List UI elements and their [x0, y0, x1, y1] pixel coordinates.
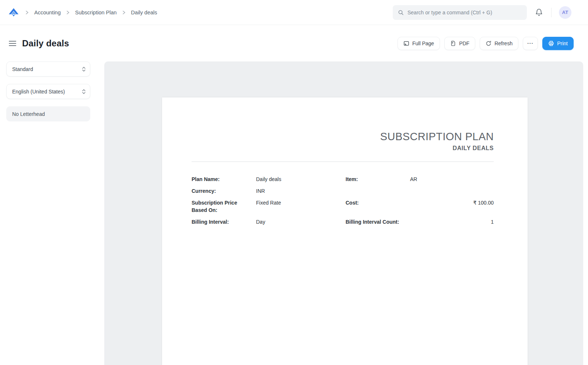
field-label: Plan Name:: [192, 176, 256, 183]
pdf-file-icon: [450, 40, 456, 46]
document-title: SUBSCRIPTION PLAN: [192, 131, 494, 143]
navbar-right: AT: [393, 5, 571, 20]
page-title: Daily deals: [22, 38, 69, 49]
ellipsis-icon: ···: [527, 40, 533, 46]
select-caret-icon: [82, 88, 86, 95]
language-select[interactable]: English (United States): [6, 84, 90, 99]
field-label: Cost:: [346, 199, 410, 214]
breadcrumb-chevron-icon: [25, 10, 29, 15]
full-page-icon: [403, 40, 409, 46]
page-head: Daily deals Full Page PDF Refresh ···: [0, 25, 588, 61]
field-row: Subscription Price Based On: Fixed Rate …: [192, 199, 494, 214]
printer-icon: [548, 40, 554, 46]
select-caret-icon: [82, 66, 86, 72]
field-value: Fixed Rate: [256, 199, 346, 214]
print-preview-page: SUBSCRIPTION PLAN DAILY DEALS Plan Name:…: [162, 98, 528, 365]
breadcrumb: Accounting Subscription Plan Daily deals: [8, 7, 157, 18]
field-label: Subscription Price Based On:: [192, 199, 256, 214]
field-label: Currency:: [192, 187, 256, 195]
app-logo-icon[interactable]: [8, 7, 20, 18]
breadcrumb-item-accounting[interactable]: Accounting: [34, 10, 61, 15]
main: Standard English (United States) No Lett…: [0, 61, 588, 365]
field-label: Billing Interval:: [192, 218, 256, 226]
refresh-button[interactable]: Refresh: [480, 37, 518, 50]
pdf-button[interactable]: PDF: [444, 37, 475, 50]
notifications-bell-icon[interactable]: [534, 8, 544, 17]
field-row: Billing Interval: Day Billing Interval C…: [192, 218, 494, 226]
document-heading: SUBSCRIPTION PLAN DAILY DEALS: [192, 131, 494, 152]
breadcrumb-item-daily-deals[interactable]: Daily deals: [131, 10, 157, 15]
field-value: AR: [410, 176, 494, 183]
field-label: Billing Interval Count:: [346, 218, 410, 226]
field-row: Currency: INR: [192, 187, 494, 195]
refresh-icon: [486, 40, 491, 46]
more-options-button[interactable]: ···: [523, 37, 538, 50]
letterhead-select[interactable]: No Letterhead: [6, 106, 90, 121]
breadcrumb-chevron-icon: [66, 10, 70, 15]
field-value: [410, 187, 494, 195]
search-input[interactable]: [407, 10, 522, 15]
document-subtitle: DAILY DEALS: [192, 145, 494, 152]
field-value: 1: [410, 218, 494, 226]
user-avatar[interactable]: AT: [559, 6, 571, 19]
print-format-select[interactable]: Standard: [6, 61, 90, 77]
print-sidebar: Standard English (United States) No Lett…: [0, 61, 104, 129]
search-icon: [398, 10, 404, 15]
sidebar-toggle-menu-icon[interactable]: [8, 39, 17, 48]
breadcrumb-chevron-icon: [122, 10, 126, 15]
global-search[interactable]: [393, 5, 527, 20]
field-label: [346, 187, 410, 195]
document-fields: Plan Name: Daily deals Item: AR Currency…: [192, 176, 494, 226]
navbar: Accounting Subscription Plan Daily deals…: [0, 0, 588, 25]
field-row: Plan Name: Daily deals Item: AR: [192, 176, 494, 183]
field-value: ₹ 100.00: [410, 199, 494, 214]
field-value: Day: [256, 218, 346, 226]
field-label: Item:: [346, 176, 410, 183]
print-button[interactable]: Print: [542, 37, 574, 50]
head-actions: Full Page PDF Refresh ··· Print: [398, 37, 574, 50]
breadcrumb-item-subscription-plan[interactable]: Subscription Plan: [75, 10, 117, 15]
print-preview-area[interactable]: SUBSCRIPTION PLAN DAILY DEALS Plan Name:…: [104, 61, 583, 365]
full-page-button[interactable]: Full Page: [398, 37, 440, 50]
field-value: INR: [256, 187, 346, 195]
heading-divider: [192, 162, 494, 162]
navbar-divider: [551, 8, 552, 17]
field-value: Daily deals: [256, 176, 346, 183]
